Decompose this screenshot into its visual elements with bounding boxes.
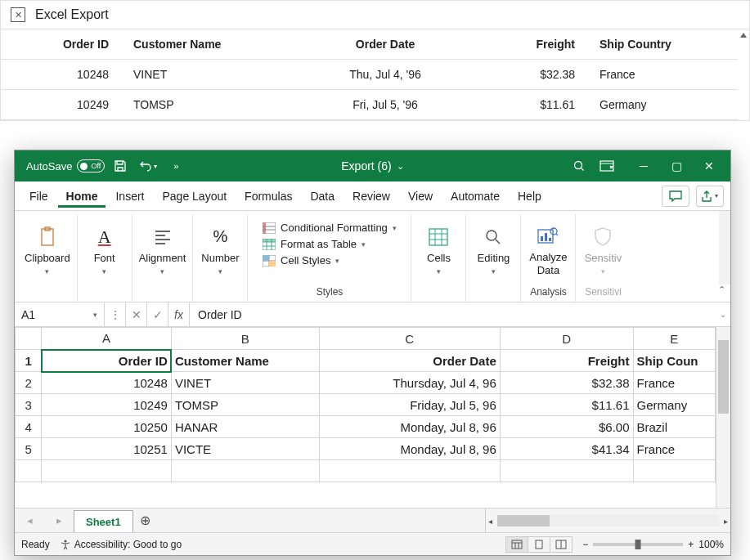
grid-scrollbar[interactable]: [738, 29, 749, 120]
sheet-tab-sheet1[interactable]: Sheet1: [74, 510, 133, 532]
ribbon-mode-icon[interactable]: [595, 154, 619, 178]
chevron-down-icon: ▾: [93, 311, 97, 319]
cell-e1[interactable]: Ship Coun: [633, 350, 716, 372]
svg-point-0: [575, 162, 582, 169]
editing-button[interactable]: Editing ▾: [473, 226, 514, 276]
spreadsheet[interactable]: A B C D E 1 Order ID Customer Name Order…: [15, 327, 716, 482]
col-header-b[interactable]: B: [171, 328, 319, 350]
analyze-data-button[interactable]: Analyze Data: [528, 225, 568, 276]
select-all-corner[interactable]: [16, 328, 42, 350]
zoom-slider[interactable]: [593, 543, 683, 546]
col-customer-name[interactable]: Customer Name: [124, 29, 287, 60]
col-order-date[interactable]: Order Date: [287, 29, 483, 60]
panel-title: Excel Export: [35, 7, 109, 22]
svg-rect-5: [263, 222, 266, 234]
row-header[interactable]: 3: [16, 394, 42, 416]
formula-bar: A1 ▾ ⋮ ✕ ✓ fx Order ID ⌄: [15, 302, 730, 327]
sensitivity-icon: [591, 226, 614, 249]
search-icon[interactable]: [567, 154, 591, 178]
conditional-formatting-icon: [263, 222, 276, 234]
comments-button[interactable]: [662, 186, 689, 207]
add-sheet-button[interactable]: ⊕: [133, 508, 158, 532]
row-header-1[interactable]: 1: [16, 350, 42, 372]
sheet-tabs: ◂ ▸ Sheet1 ⊕ ◂ ▸: [15, 508, 730, 532]
cell-b1[interactable]: Customer Name: [171, 350, 319, 372]
export-panel: ✕ Excel Export Order ID Customer Name Or…: [0, 0, 750, 121]
fb-more-icon[interactable]: ⋮: [105, 302, 126, 326]
col-header-d[interactable]: D: [500, 328, 633, 350]
zoom-out-button[interactable]: −: [582, 539, 588, 550]
zoom-level[interactable]: 100%: [698, 539, 724, 550]
close-panel-icon[interactable]: ✕: [11, 7, 25, 22]
cell-c1[interactable]: Order Date: [319, 350, 500, 372]
cancel-formula-icon[interactable]: ✕: [126, 302, 147, 326]
menu-insert[interactable]: Insert: [107, 185, 152, 208]
col-header-e[interactable]: E: [633, 328, 716, 350]
svg-rect-2: [42, 229, 53, 245]
col-order-id[interactable]: Order ID: [1, 29, 124, 60]
format-as-table-button[interactable]: Format as Table ▾: [263, 237, 397, 251]
vertical-scrollbar[interactable]: [716, 327, 730, 508]
autosave-toggle[interactable]: AutoSave Off: [26, 159, 105, 172]
menu-page-layout[interactable]: Page Layout: [154, 185, 235, 208]
more-quick-access-icon[interactable]: »: [164, 154, 188, 178]
formula-input[interactable]: Order ID: [190, 302, 716, 326]
menu-review[interactable]: Review: [344, 185, 398, 208]
maximize-button[interactable]: ▢: [660, 154, 693, 178]
cell-styles-button[interactable]: Cell Styles ▾: [263, 253, 397, 267]
titlebar[interactable]: AutoSave Off ▾ » Export (6) ⌄ ─ ▢ ✕: [15, 150, 730, 181]
clipboard-button[interactable]: Clipboard ▾: [25, 226, 70, 276]
collapse-ribbon-icon[interactable]: ⌃: [715, 281, 729, 298]
tab-prev-icon[interactable]: ◂: [15, 508, 44, 532]
menu-file[interactable]: File: [21, 185, 56, 208]
row-header[interactable]: 4: [16, 416, 42, 438]
svg-rect-20: [536, 540, 542, 549]
menu-view[interactable]: View: [400, 185, 441, 208]
row-header[interactable]: 2: [16, 372, 42, 394]
view-normal-button[interactable]: [505, 536, 528, 553]
orders-grid: Order ID Customer Name Order Date Freigh…: [1, 29, 749, 120]
col-header-c[interactable]: C: [319, 328, 500, 350]
tab-next-icon[interactable]: ▸: [44, 508, 74, 532]
row-header[interactable]: 5: [16, 438, 42, 460]
col-header-a[interactable]: A: [42, 328, 172, 350]
number-button[interactable]: % Number ▾: [200, 226, 240, 276]
grid-row[interactable]: 10249 TOMSP Fri, Jul 5, '96 $11.61 Germa…: [1, 90, 749, 120]
cell-d1[interactable]: Freight: [500, 350, 633, 372]
menu-formulas[interactable]: Formulas: [236, 185, 300, 208]
ribbon: Clipboard ▾ A Font ▾ Alignment: [15, 211, 730, 302]
zoom-control[interactable]: − + 100%: [582, 539, 724, 550]
save-icon[interactable]: [108, 154, 132, 178]
percent-icon: %: [209, 226, 231, 249]
menu-data[interactable]: Data: [302, 185, 343, 208]
col-freight[interactable]: Freight: [483, 29, 590, 60]
undo-icon[interactable]: ▾: [136, 154, 160, 178]
conditional-formatting-button[interactable]: Conditional Formatting ▾: [263, 221, 397, 235]
font-button[interactable]: A Font ▾: [84, 226, 125, 276]
close-button[interactable]: ✕: [693, 154, 725, 178]
menu-help[interactable]: Help: [510, 185, 550, 208]
svg-rect-10: [269, 261, 276, 267]
ribbon-scrollbar[interactable]: [719, 211, 730, 284]
minimize-button[interactable]: ─: [627, 154, 660, 178]
document-title[interactable]: Export (6) ⌄: [341, 159, 403, 172]
enter-formula-icon[interactable]: ✓: [147, 302, 168, 326]
menu-home[interactable]: Home: [58, 185, 106, 208]
horizontal-scrollbar[interactable]: ◂ ▸: [485, 508, 730, 532]
col-ship-country[interactable]: Ship Country: [590, 29, 749, 60]
accessibility-status[interactable]: Accessibility: Good to go: [60, 539, 182, 550]
grid-row[interactable]: 10248 VINET Thu, Jul 4, '96 $32.38 Franc…: [1, 60, 749, 90]
cells-button[interactable]: Cells ▾: [418, 226, 459, 276]
view-page-break-button[interactable]: [550, 536, 573, 553]
name-box[interactable]: A1 ▾: [15, 302, 105, 326]
fx-icon[interactable]: fx: [168, 302, 190, 326]
share-button[interactable]: ▾: [696, 186, 724, 207]
menu-automate[interactable]: Automate: [442, 185, 508, 208]
cell-a1[interactable]: Order ID: [42, 350, 172, 372]
zoom-in-button[interactable]: +: [688, 539, 694, 550]
svg-rect-16: [549, 238, 551, 241]
alignment-button[interactable]: Alignment ▾: [139, 226, 186, 276]
view-page-layout-button[interactable]: [528, 536, 550, 553]
expand-formula-bar-icon[interactable]: ⌄: [716, 302, 730, 326]
svg-rect-11: [429, 229, 447, 245]
